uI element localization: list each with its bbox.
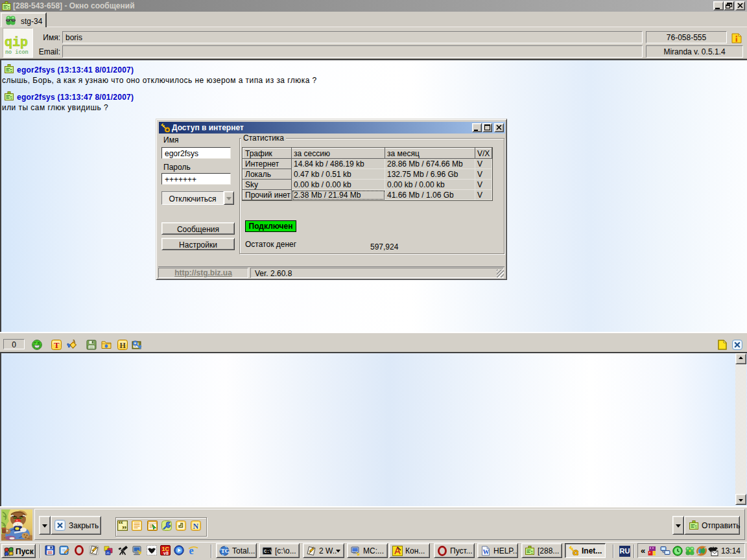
svg-text:„: „: [122, 520, 127, 530]
svg-text:v8: v8: [163, 551, 169, 555]
svg-text:N: N: [193, 522, 199, 531]
svg-text:W: W: [482, 548, 489, 555]
svg-text:no icon: no icon: [5, 49, 29, 56]
svg-text:T: T: [54, 340, 60, 350]
svg-text:qip: qip: [5, 35, 28, 50]
svg-text:H: H: [119, 341, 126, 350]
svg-text:C:\: C:\: [264, 549, 272, 554]
svg-text:TC: TC: [221, 548, 230, 554]
